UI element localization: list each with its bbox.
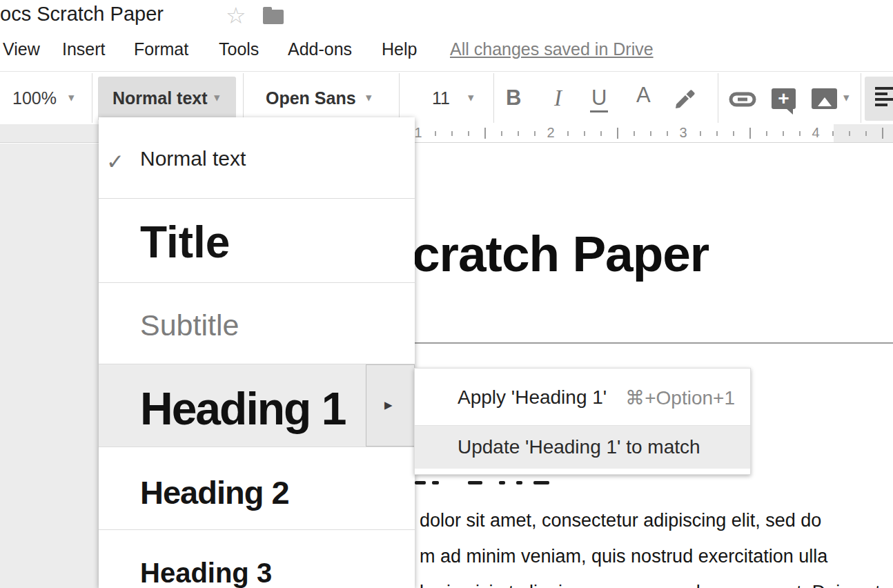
style-option-label: Heading 2 bbox=[140, 473, 289, 511]
style-option-label: Subtitle bbox=[140, 308, 239, 342]
menu-tools[interactable]: Tools bbox=[219, 39, 259, 59]
insert-comment-icon[interactable] bbox=[772, 88, 796, 109]
toolbar-separator bbox=[92, 73, 92, 123]
menu-format[interactable]: Format bbox=[134, 39, 188, 59]
align-left-button[interactable] bbox=[865, 77, 893, 121]
save-status-link[interactable]: All changes saved in Drive bbox=[450, 39, 654, 59]
font-size-select[interactable]: 11 bbox=[432, 88, 450, 108]
chevron-down-icon[interactable]: ▾ bbox=[366, 90, 372, 105]
zoom-select[interactable]: 100% bbox=[12, 88, 57, 108]
occluded-heading-fragment bbox=[415, 481, 426, 484]
update-heading1-item[interactable]: Update 'Heading 1' to match bbox=[415, 426, 750, 469]
document-title-input[interactable]: ocs Scratch Paper bbox=[0, 3, 164, 26]
style-option-heading1[interactable]: Heading 1 ▸ bbox=[99, 364, 415, 447]
chevron-down-icon[interactable]: ▾ bbox=[843, 90, 850, 105]
menu-view[interactable]: View bbox=[3, 39, 40, 59]
document-heading-text[interactable]: cratch Paper bbox=[412, 225, 709, 282]
menu-addons[interactable]: Add-ons bbox=[288, 39, 352, 59]
toolbar: 100% ▾ Normal text ▾ Open Sans ▾ 11 ▾ B … bbox=[0, 71, 893, 124]
text-color-button[interactable]: A bbox=[636, 83, 651, 108]
font-select[interactable]: Open Sans bbox=[266, 88, 356, 108]
style-option-label: Title bbox=[140, 217, 230, 268]
insert-image-icon[interactable] bbox=[812, 88, 837, 109]
occluded-heading-fragment bbox=[468, 481, 482, 484]
style-option-heading2[interactable]: Heading 2 bbox=[99, 447, 415, 530]
submenu-padding bbox=[415, 469, 750, 474]
body-text-line[interactable]: m ad minim veniam, quis nostrud exercita… bbox=[420, 546, 893, 567]
update-heading1-label: Update 'Heading 1' to match bbox=[458, 436, 700, 458]
occluded-heading-fragment bbox=[499, 481, 505, 484]
align-left-icon bbox=[875, 87, 893, 90]
style-option-title[interactable]: Title bbox=[99, 199, 415, 283]
submenu-arrow-icon: ▸ bbox=[384, 395, 393, 414]
style-option-label: Normal text bbox=[140, 147, 246, 170]
google-docs-window: ocs Scratch Paper ☆ View Insert Format T… bbox=[0, 0, 893, 588]
style-option-heading3[interactable]: Heading 3 bbox=[99, 530, 415, 588]
chevron-down-icon[interactable]: ▾ bbox=[468, 90, 474, 105]
styles-dropdown-menu: ✓ Normal text Title Subtitle Heading 1 ▸… bbox=[99, 117, 415, 588]
menu-insert[interactable]: Insert bbox=[62, 39, 106, 59]
heading1-submenu-button[interactable]: ▸ bbox=[366, 364, 415, 447]
italic-button[interactable]: I bbox=[554, 86, 562, 111]
folder-icon[interactable] bbox=[263, 10, 284, 24]
insert-link-icon[interactable] bbox=[729, 88, 756, 110]
apply-heading1-shortcut: ⌘+Option+1 bbox=[625, 386, 735, 409]
apply-heading1-label: Apply 'Heading 1' bbox=[458, 386, 607, 409]
menu-help[interactable]: Help bbox=[382, 39, 417, 59]
styles-select-label: Normal text bbox=[112, 88, 208, 108]
toolbar-separator bbox=[493, 73, 494, 123]
star-icon[interactable]: ☆ bbox=[226, 2, 246, 29]
style-option-label: Heading 3 bbox=[140, 558, 272, 588]
body-text-line[interactable]: dolor sit amet, consectetur adipiscing e… bbox=[420, 510, 893, 531]
occluded-heading-fragment bbox=[516, 481, 522, 484]
horizontal-rule bbox=[412, 342, 893, 344]
chevron-down-icon: ▾ bbox=[214, 90, 220, 105]
style-option-subtitle[interactable]: Subtitle bbox=[99, 283, 415, 364]
underline-button[interactable]: U bbox=[590, 86, 608, 112]
page-margin-background bbox=[0, 144, 99, 588]
bold-button[interactable]: B bbox=[506, 86, 521, 110]
toolbar-separator bbox=[861, 73, 861, 123]
paint-format-icon[interactable] bbox=[673, 86, 698, 110]
occluded-heading-fragment bbox=[533, 481, 549, 484]
style-option-label: Heading 1 bbox=[140, 382, 345, 435]
checkmark-icon: ✓ bbox=[106, 149, 124, 175]
apply-heading1-item[interactable]: Apply 'Heading 1' ⌘+Option+1 bbox=[415, 369, 750, 425]
toolbar-separator bbox=[718, 73, 718, 123]
heading1-submenu: Apply 'Heading 1' ⌘+Option+1 Update 'Hea… bbox=[414, 368, 751, 475]
body-text-line[interactable]: boris nisi ut aliquip ex ea commodo cons… bbox=[420, 582, 893, 588]
toolbar-separator bbox=[399, 73, 400, 123]
style-option-normal-text[interactable]: ✓ Normal text bbox=[99, 117, 415, 199]
styles-select[interactable]: Normal text ▾ bbox=[98, 77, 236, 121]
chevron-down-icon[interactable]: ▾ bbox=[68, 90, 75, 105]
occluded-heading-fragment bbox=[432, 481, 439, 484]
toolbar-separator bbox=[243, 73, 244, 123]
